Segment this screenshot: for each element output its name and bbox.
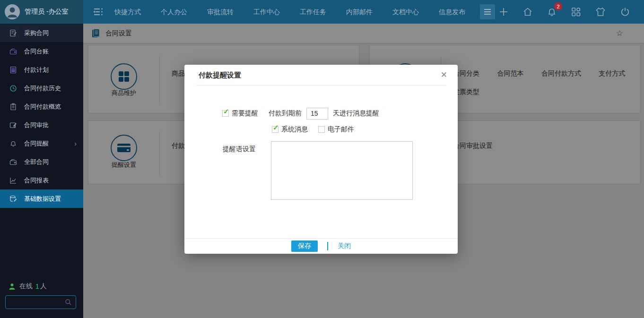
wallet-icon xyxy=(9,48,17,55)
user-block[interactable]: 管理员 -办公室 xyxy=(0,0,83,24)
nav-item-shortcuts[interactable]: 快捷方式 xyxy=(104,0,151,24)
sidebar-item-label: 合同付款历史 xyxy=(24,84,61,93)
nav-item-personal[interactable]: 个人办公 xyxy=(151,0,197,24)
clock-icon xyxy=(9,85,17,92)
channel-row: ✓ 系统消息 电子邮件 xyxy=(272,125,354,134)
system-message-checkbox[interactable]: ✓ xyxy=(272,126,278,133)
reminder-text-area[interactable] xyxy=(271,141,413,200)
sidebar-item-label: 合同提醒 xyxy=(24,139,49,148)
sidebar-item-label: 合同审批 xyxy=(24,121,49,129)
sidebar-item-contract-reports[interactable]: 合同报表 xyxy=(0,171,83,189)
theme-shirt-icon[interactable] xyxy=(594,6,607,17)
need-reminder-label: 需要提醒 xyxy=(232,109,258,118)
wallet-icon xyxy=(9,158,17,166)
sidebar-item-payment-overview[interactable]: 合同付款概览 xyxy=(0,97,83,116)
clipboard-icon xyxy=(9,103,17,111)
sidebar-item-purchase-contract[interactable]: 采购合同 xyxy=(0,24,83,42)
check-mark: ✓ xyxy=(273,123,279,132)
sidebar: 采购合同 合同台账 付款计划 合同付款历史 合同付款概览 合同审批 合同提醒 › xyxy=(0,24,83,318)
bell-icon xyxy=(9,140,17,147)
sidebar-search-input[interactable] xyxy=(6,299,65,306)
search-icon[interactable] xyxy=(65,299,76,306)
reminder-row: ✓ 需要提醒 付款到期前 天进行消息提醒 xyxy=(222,107,379,120)
main-nav: 快捷方式 个人办公 审批流转 工作中心 工作任务 内部邮件 文档中心 信息发布 xyxy=(104,0,495,24)
save-button[interactable]: 保存 xyxy=(291,241,318,252)
reminder-text-label: 提醒语设置 xyxy=(223,145,256,154)
user-avatar-icon xyxy=(5,4,20,19)
check-mark: ✓ xyxy=(223,107,229,116)
days-suffix-label: 天进行消息提醒 xyxy=(333,109,379,118)
sidebar-item-payment-history[interactable]: 合同付款历史 xyxy=(0,79,83,97)
top-navbar: 管理员 -办公室 快捷方式 个人办公 审批流转 工作中心 工作任务 内部邮件 文… xyxy=(0,0,644,24)
email-label: 电子邮件 xyxy=(328,125,354,134)
sidebar-item-label: 全部合同 xyxy=(24,158,49,166)
online-unit: 人 xyxy=(40,282,47,291)
sidebar-item-label: 采购合同 xyxy=(24,29,49,37)
nav-item-documents[interactable]: 文档中心 xyxy=(383,0,429,24)
nav-item-approval[interactable]: 审批流转 xyxy=(197,0,244,24)
sidebar-item-label: 合同付款概览 xyxy=(24,103,61,111)
close-button[interactable]: 关闭 xyxy=(338,242,351,250)
email-checkbox[interactable] xyxy=(318,126,325,133)
need-reminder-checkbox[interactable]: ✓ xyxy=(222,110,229,117)
payment-reminder-dialog: 付款提醒设置 ✕ ✓ 需要提醒 付款到期前 天进行消息提醒 ✓ 系统消息 电子邮… xyxy=(184,65,458,254)
submenu-chevron-icon: › xyxy=(74,140,77,147)
online-person-icon xyxy=(9,283,16,290)
notification-badge: 2 xyxy=(554,2,562,10)
dialog-footer: 保存 关闭 xyxy=(184,238,458,254)
menu-fold-icon[interactable] xyxy=(92,7,104,17)
document-edit-icon xyxy=(9,29,17,37)
dialog-title: 付款提醒设置 xyxy=(199,71,241,80)
chart-icon xyxy=(9,177,17,184)
nav-item-news[interactable]: 信息发布 xyxy=(429,0,475,24)
notifications-bell-icon[interactable]: 2 xyxy=(546,6,557,17)
database-icon xyxy=(9,195,17,203)
sidebar-search xyxy=(5,295,76,309)
nav-item-tasks[interactable]: 工作任务 xyxy=(290,0,336,24)
divider xyxy=(196,85,446,86)
online-status: 在线 1 人 xyxy=(9,282,47,291)
user-name: 管理员 -办公室 xyxy=(25,8,69,16)
nav-item-mail[interactable]: 内部邮件 xyxy=(336,0,383,24)
sidebar-item-all-contracts[interactable]: 全部合同 xyxy=(0,153,83,171)
add-icon[interactable] xyxy=(498,6,509,17)
sidebar-item-contract-approval[interactable]: 合同审批 xyxy=(0,116,83,134)
sidebar-item-label: 付款计划 xyxy=(24,66,49,74)
days-prefix-label: 付款到期前 xyxy=(269,109,302,118)
divider xyxy=(327,242,328,250)
sidebar-item-label: 基础数据设置 xyxy=(24,195,61,203)
online-label: 在线 xyxy=(19,282,33,291)
sidebar-item-label: 合同台账 xyxy=(24,47,49,56)
sidebar-item-base-data-settings[interactable]: 基础数据设置 xyxy=(0,189,83,208)
days-input[interactable] xyxy=(306,108,328,120)
home-icon[interactable] xyxy=(522,6,533,17)
sidebar-item-label: 合同报表 xyxy=(24,176,49,185)
close-icon[interactable]: ✕ xyxy=(441,70,447,80)
sidebar-item-payment-plan[interactable]: 付款计划 xyxy=(0,60,83,79)
sidebar-item-contract-ledger[interactable]: 合同台账 xyxy=(0,42,83,60)
calculator-icon xyxy=(9,66,17,74)
power-icon[interactable] xyxy=(619,6,631,17)
system-message-label: 系统消息 xyxy=(281,125,308,134)
nav-item-workcenter[interactable]: 工作中心 xyxy=(244,0,290,24)
topbar-actions: 2 xyxy=(498,6,644,17)
approval-stamp-icon xyxy=(9,121,17,129)
online-count: 1 xyxy=(35,283,39,290)
app-window: 管理员 -办公室 快捷方式 个人办公 审批流转 工作中心 工作任务 内部邮件 文… xyxy=(0,0,644,318)
apps-grid-icon[interactable] xyxy=(570,6,582,17)
sidebar-item-contract-reminder[interactable]: 合同提醒 › xyxy=(0,134,83,153)
nav-overflow-button[interactable] xyxy=(480,4,495,19)
